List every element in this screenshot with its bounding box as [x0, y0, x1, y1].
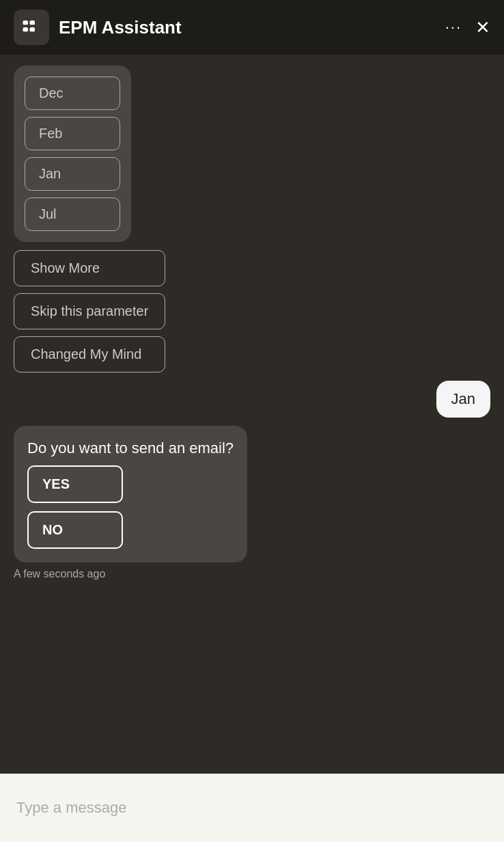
input-area — [0, 774, 504, 842]
month-button-jan[interactable]: Jan — [25, 157, 120, 191]
svg-rect-2 — [23, 27, 29, 31]
no-button[interactable]: NO — [27, 511, 123, 549]
user-selection-text: Jan — [451, 390, 475, 407]
header-actions: ··· ✕ — [445, 17, 490, 38]
svg-rect-1 — [30, 21, 36, 25]
action-buttons-group: Show More Skip this parameter Changed My… — [14, 250, 165, 372]
app-title: EPM Assistant — [59, 17, 445, 38]
close-button[interactable]: ✕ — [475, 17, 490, 38]
month-selection-bubble: Dec Feb Jan Jul — [14, 66, 131, 242]
changed-mind-button[interactable]: Changed My Mind — [14, 336, 165, 372]
more-options-button[interactable]: ··· — [445, 18, 462, 36]
chat-area: Dec Feb Jan Jul Show More Skip this para… — [0, 55, 504, 774]
svg-rect-3 — [30, 27, 36, 31]
header: EPM Assistant ··· ✕ — [0, 0, 504, 55]
app-icon — [14, 10, 49, 45]
message-input[interactable] — [16, 799, 488, 817]
skip-parameter-button[interactable]: Skip this parameter — [14, 293, 165, 329]
month-button-dec[interactable]: Dec — [25, 77, 120, 110]
month-button-jul[interactable]: Jul — [25, 198, 120, 231]
user-selection-bubble: Jan — [436, 381, 490, 418]
email-prompt-bubble: Do you want to send an email? YES NO — [14, 426, 247, 562]
yes-button[interactable]: YES — [27, 465, 123, 503]
show-more-button[interactable]: Show More — [14, 250, 165, 286]
svg-rect-0 — [23, 21, 29, 25]
email-prompt-text: Do you want to send an email? — [27, 439, 234, 457]
message-timestamp: A few seconds ago — [14, 568, 105, 580]
month-button-feb[interactable]: Feb — [25, 117, 120, 150]
